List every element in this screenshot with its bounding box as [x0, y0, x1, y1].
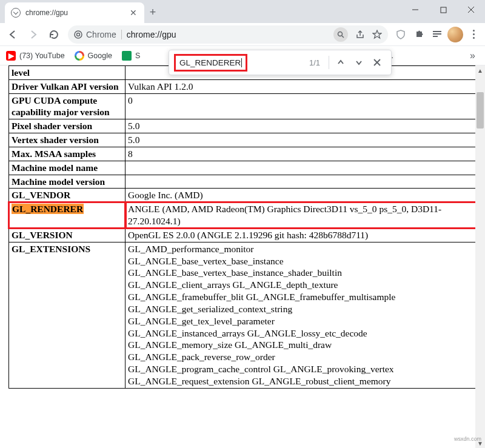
- bookmark-label: Google: [88, 52, 112, 60]
- bookmark-sheets[interactable]: S: [122, 51, 140, 61]
- row-value: OpenGL ES 2.0.0 (ANGLE 2.1.19296 git has…: [125, 228, 477, 242]
- address-bar: Chrome chrome://gpu: [0, 23, 485, 46]
- reload-button[interactable]: [45, 25, 63, 44]
- window-close-button[interactable]: [457, 0, 485, 19]
- row-value: Google Inc. (AMD): [125, 189, 477, 202]
- table-row: Vertex shader version5.0: [9, 133, 477, 147]
- scroll-up-arrow[interactable]: ▲: [475, 65, 485, 75]
- row-key: Driver Vulkan API version: [9, 79, 125, 93]
- row-key: Max. MSAA samples: [9, 147, 125, 161]
- row-value: GL_AMD_performance_monitorGL_ANGLE_base_…: [125, 242, 477, 388]
- back-button[interactable]: [4, 25, 22, 44]
- row-key: GL_VERSION: [9, 228, 125, 242]
- table-row: GL_EXTENSIONSGL_AMD_performance_monitorG…: [9, 242, 477, 388]
- row-value: 8: [125, 147, 477, 161]
- url-box[interactable]: Chrome chrome://gpu: [68, 25, 388, 44]
- bookmark-star-button[interactable]: [372, 30, 382, 39]
- row-value: 5.0: [125, 119, 477, 133]
- puzzle-icon: [413, 29, 424, 40]
- extensions-button[interactable]: [411, 27, 427, 42]
- bookmark-youtube[interactable]: ▶ (73) YouTube: [6, 51, 65, 61]
- url-scheme: Chrome: [74, 30, 122, 39]
- table-row: GL_VENDORGoogle Inc. (AMD): [9, 189, 477, 202]
- row-key: Machine model name: [9, 161, 125, 175]
- find-next-button[interactable]: [350, 53, 368, 72]
- close-icon: [373, 59, 381, 66]
- find-match-count: 1/1: [303, 58, 326, 67]
- bookmark-label: (73) YouTube: [19, 52, 65, 60]
- row-key: Vertex shader version: [9, 133, 125, 147]
- reading-list-icon: [432, 29, 443, 40]
- search-engine-button[interactable]: [333, 27, 348, 42]
- table-row: GL_VERSIONOpenGL ES 2.0.0 (ANGLE 2.1.192…: [9, 228, 477, 242]
- youtube-icon: ▶: [6, 51, 16, 61]
- share-icon: [355, 30, 365, 39]
- vertical-scrollbar[interactable]: ▲ ▼: [475, 65, 485, 448]
- row-key: Machine model version: [9, 175, 125, 189]
- forward-button[interactable]: [24, 25, 42, 44]
- row-value: 0: [125, 93, 477, 119]
- find-input-wrapper[interactable]: GL_RENDERER: [174, 54, 247, 72]
- row-key: GL_VENDOR: [9, 189, 125, 202]
- chevron-down-icon: [355, 59, 363, 66]
- row-key: GL_EXTENSIONS: [9, 242, 125, 388]
- tab-close-button[interactable]: ✕: [129, 8, 138, 18]
- row-key: level: [9, 66, 125, 80]
- find-close-button[interactable]: [368, 53, 386, 72]
- sheets-icon: [122, 51, 132, 61]
- star-icon: [372, 30, 382, 39]
- extension-shield-button[interactable]: [393, 27, 409, 42]
- browser-tab[interactable]: chrome://gpu ✕: [5, 2, 144, 23]
- find-in-page-bar: GL_RENDERER 1/1: [169, 50, 392, 75]
- gpu-info-table: levelDriver Vulkan API versionVulkan API…: [8, 65, 477, 389]
- table-row: GPU CUDA compute capability major versio…: [9, 93, 477, 119]
- svg-rect-9: [433, 33, 441, 35]
- find-input[interactable]: GL_RENDERER: [179, 58, 242, 67]
- svg-rect-8: [433, 31, 441, 32]
- reading-list-button[interactable]: [429, 27, 445, 42]
- separator: [329, 56, 329, 69]
- table-row: Pixel shader version5.0: [9, 119, 477, 133]
- watermark: wsxdn.com: [454, 436, 481, 442]
- row-key: Pixel shader version: [9, 119, 125, 133]
- svg-point-6: [338, 32, 343, 36]
- window-maximize-button[interactable]: [429, 0, 457, 19]
- row-key: GL_RENDERER: [9, 202, 125, 229]
- row-value: [125, 161, 477, 175]
- chevron-up-icon: [337, 59, 344, 66]
- google-icon: [75, 51, 84, 61]
- tab-title: chrome://gpu: [25, 8, 124, 17]
- row-key: GPU CUDA compute capability major versio…: [9, 93, 125, 119]
- new-tab-button[interactable]: +: [144, 4, 161, 21]
- window-minimize-button[interactable]: [401, 0, 429, 19]
- window-controls: [401, 0, 485, 19]
- page-content: levelDriver Vulkan API versionVulkan API…: [0, 65, 485, 448]
- row-value: Vulkan API 1.2.0: [125, 79, 477, 93]
- shield-icon: [395, 29, 406, 40]
- find-prev-button[interactable]: [332, 53, 350, 72]
- row-value: 5.0: [125, 133, 477, 147]
- row-value: ANGLE (AMD, AMD Radeon(TM) Graphics Dire…: [125, 202, 477, 229]
- svg-rect-1: [441, 7, 446, 13]
- share-button[interactable]: [355, 30, 365, 39]
- url-text: chrome://gpu: [127, 30, 176, 39]
- svg-rect-10: [433, 36, 438, 37]
- chrome-icon: [74, 30, 82, 39]
- scrollbar-thumb[interactable]: [477, 92, 484, 129]
- profile-avatar-button[interactable]: [447, 27, 463, 42]
- tab-favicon: [11, 8, 21, 18]
- bookmark-google[interactable]: Google: [75, 51, 112, 61]
- bookmark-label: S: [135, 52, 140, 60]
- bookmark-overflow-button[interactable]: »: [466, 50, 479, 61]
- row-value: [125, 175, 477, 189]
- table-row: Machine model name: [9, 161, 477, 175]
- window-titlebar: chrome://gpu ✕ +: [0, 0, 485, 23]
- svg-point-5: [77, 33, 80, 36]
- table-row: Driver Vulkan API versionVulkan API 1.2.…: [9, 79, 477, 93]
- table-row: Machine model version: [9, 175, 477, 189]
- svg-point-4: [75, 31, 82, 38]
- svg-line-7: [342, 36, 344, 38]
- chrome-menu-button[interactable]: [466, 27, 481, 42]
- table-row: GL_RENDERERANGLE (AMD, AMD Radeon(TM) Gr…: [9, 202, 477, 229]
- table-row: Max. MSAA samples8: [9, 147, 477, 161]
